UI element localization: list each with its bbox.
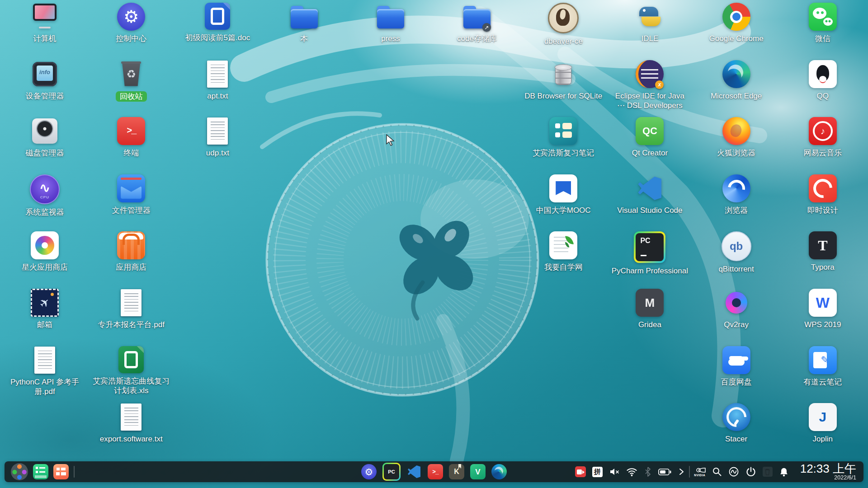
v-app-taskbar-icon[interactable]: V [470, 464, 486, 479]
recycle-bin-tray-icon[interactable] [760, 461, 775, 482]
desktop-icon-disk-manager[interactable]: 磁盘管理器 [2, 117, 88, 158]
desktop-icon-idle[interactable]: IDLE [607, 3, 693, 44]
edge-taskbar-icon[interactable] [491, 464, 507, 479]
icon-label-udp-txt: udp.txt [206, 148, 229, 158]
desktop-icon-ebbinghaus-notes[interactable]: 艾宾浩斯复习笔记 [520, 117, 606, 158]
icon-label-wechat: 微信 [815, 34, 830, 44]
taskbar-clock[interactable]: 12:33 上午 2022/6/1 [800, 463, 856, 481]
desktop-icon-dbeaver[interactable]: dbeaver-ce [520, 3, 606, 47]
desktop-icon-recycle-bin[interactable]: ♻回收站 [88, 60, 174, 102]
desktop-icon-device-manager[interactable]: info设备管理器 [2, 60, 88, 101]
device-manager-icon: info [31, 60, 59, 88]
desktop-icon-baidu-netdisk[interactable]: 百度网盘 [693, 346, 779, 387]
battery-icon[interactable] [656, 461, 674, 482]
desktop-icon-export-software-txt[interactable]: export.software.txt [88, 403, 174, 444]
koodo-glyph: K [454, 468, 459, 475]
system-monitor-icon: ∿CPU [30, 174, 60, 204]
desktop-icon-gridea[interactable]: MGridea [607, 289, 693, 330]
desktop-icon-wps[interactable]: WWPS 2019 [780, 289, 866, 330]
desktop-icon-typora[interactable]: TTypora [780, 231, 866, 272]
desktop-icon-edge[interactable]: Microsoft Edge [693, 60, 779, 101]
tray-expand-chevron-icon[interactable] [675, 461, 687, 482]
desktop-icon-stacer[interactable]: Stacer [693, 403, 779, 444]
desktop-icon-folder-ben[interactable]: 本 [261, 3, 347, 44]
icon-label-recycle-bin: 回收站 [116, 91, 147, 102]
desktop-icon-qq[interactable]: QQ [780, 60, 866, 101]
search-icon[interactable] [710, 461, 724, 482]
db-browser-sqlite-icon [549, 60, 577, 88]
eclipse-icon: x [636, 60, 664, 88]
desktop-icon-firefox[interactable]: 火狐浏览器 [693, 117, 779, 158]
desktop-icon-pythonc-api-pdf[interactable]: PythonC API 参考手册.pdf [2, 346, 88, 397]
desktop-icon-folder-code[interactable]: ↗code存储库 [434, 3, 520, 44]
screen-recorder-icon[interactable] [573, 461, 588, 482]
launchpad-icon[interactable] [33, 464, 48, 479]
desktop-icon-uos-browser[interactable]: 浏览器 [693, 174, 779, 216]
bluetooth-icon[interactable] [642, 461, 654, 482]
clock-date: 2022/6/1 [834, 474, 856, 481]
qv2ray-icon [722, 289, 750, 317]
vscode-taskbar-icon[interactable] [406, 464, 422, 479]
desktop-icon-netease-music[interactable]: ♪网易云音乐 [780, 117, 866, 158]
desktop-icon-db-browser-sqlite[interactable]: DB Browser for SQLite [520, 60, 606, 101]
desktop-icon-qbittorrent[interactable]: qbqBittorrent [693, 231, 779, 274]
desktop-icon-chrome[interactable]: Google Chrome [693, 3, 779, 44]
koodo-reader-taskbar-icon[interactable]: K [449, 464, 464, 479]
terminal-taskbar-icon[interactable]: >_ [428, 464, 443, 479]
desktop-icon-youdao-note[interactable]: ✎有道云笔记 [780, 346, 866, 387]
desktop-icon-wechat[interactable]: 微信 [780, 3, 866, 44]
pycharm-taskbar-icon[interactable]: PC [382, 463, 401, 481]
desktop-icon-qt-creator[interactable]: QCQt Creator [607, 117, 693, 158]
icon-label-ebbinghaus-xls: 艾宾浩斯遗忘曲线复习计划表.xls [92, 376, 170, 396]
mouse-cursor [386, 134, 396, 146]
desktop-icon-computer[interactable]: 计算机 [2, 3, 88, 44]
desktop-icon-udp-txt[interactable]: udp.txt [175, 117, 260, 158]
control-center-taskbar-icon[interactable]: ⚙ [361, 464, 377, 479]
taskbar: ⚙ PC >_ K V 拼 [5, 461, 863, 482]
launcher-icon[interactable] [11, 463, 28, 480]
wifi-icon[interactable] [624, 461, 640, 482]
desktop-icon-app-store[interactable]: 应用商店 [88, 231, 174, 272]
desktop-icon-vscode[interactable]: Visual Studio Code [607, 174, 693, 216]
desktop-icon-mail[interactable]: ✈邮箱 [2, 289, 88, 330]
wps-icon: W [809, 289, 837, 317]
app-store-icon [117, 231, 145, 259]
system-monitor-tray-icon[interactable] [726, 461, 741, 482]
icon-label-mail: 邮箱 [37, 320, 52, 330]
desktop-icon-joplin[interactable]: JJoplin [780, 403, 866, 444]
mail-icon: ✈ [31, 289, 59, 317]
desktop-icon-zhuanshengben-pdf[interactable]: 专升本报名平台.pdf [88, 289, 174, 330]
dbeaver-icon [548, 3, 579, 33]
desktop-icon-jsdesign[interactable]: 即时设计 [780, 174, 866, 216]
desktop-icon-folder-press[interactable]: press [348, 3, 434, 44]
baidu-netdisk-icon [722, 346, 750, 374]
icon-label-ebbinghaus-notes: 艾宾浩斯复习笔记 [533, 148, 594, 158]
desktop-icon-apt-txt[interactable]: apt.txt [175, 60, 260, 101]
desktop-icon-ebbinghaus-xls[interactable]: 艾宾浩斯遗忘曲线复习计划表.xls [88, 346, 174, 396]
icon-label-stacer: Stacer [725, 434, 747, 444]
gridea-icon: M [636, 289, 664, 317]
desktop-icon-control-center[interactable]: ⚙控制中心 [88, 3, 174, 44]
desktop-icon-51zxw[interactable]: 我要自学网 [520, 231, 606, 272]
51zxw-icon [549, 231, 577, 259]
disk-manager-icon [31, 117, 59, 145]
volume-muted-icon[interactable] [607, 461, 622, 482]
icon-label-uos-browser: 浏览器 [725, 206, 748, 216]
multitasking-view-icon[interactable] [53, 464, 69, 479]
input-method-icon[interactable]: 拼 [590, 461, 605, 482]
desktop-icon-qv2ray[interactable]: Qv2ray [693, 289, 779, 330]
icon-label-computer: 计算机 [33, 34, 57, 44]
desktop-icon-terminal[interactable]: >_终端 [88, 117, 174, 158]
udp-txt-icon [203, 117, 231, 145]
desktop-icon-file-manager[interactable]: 文件管理器 [88, 174, 174, 216]
shutdown-icon[interactable] [743, 461, 759, 482]
desktop-icon-spark-app-store[interactable]: 星火应用商店 [2, 231, 88, 272]
nvidia-settings-icon[interactable]: NVIDIA [692, 461, 708, 482]
notification-bell-icon[interactable] [777, 461, 791, 482]
taskbar-left-group [11, 463, 75, 480]
desktop-icon-chuji-yuedu-doc[interactable]: 初级阅读前5篇.doc [175, 3, 260, 43]
desktop-icon-system-monitor[interactable]: ∿CPU系统监视器 [2, 174, 88, 217]
desktop-icon-china-mooc[interactable]: 中国大学MOOC [520, 174, 606, 216]
desktop-icon-pycharm[interactable]: PCPyCharm Professional [607, 231, 693, 276]
desktop-icon-eclipse[interactable]: xEclipse IDE for Java ⋯ DSL Developers [607, 60, 693, 111]
